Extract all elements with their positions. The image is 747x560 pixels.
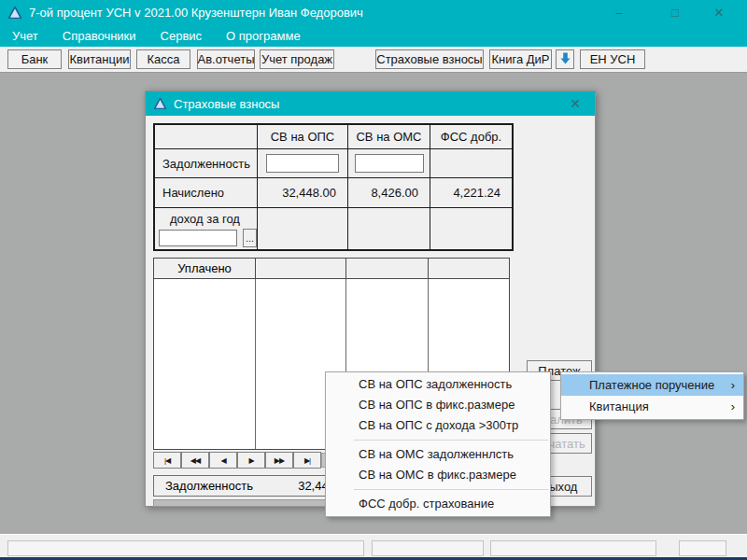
menu-item-oms-debt[interactable]: СВ на ОМС задолженнлсть — [326, 444, 550, 465]
menu-item-fss-voluntary[interactable]: ФСС добр. страхование — [326, 494, 550, 514]
column-header-oms: СВ на ОМС — [348, 125, 430, 149]
income-cell: доход за год ... — [155, 208, 258, 249]
cash-button[interactable]: Касса — [136, 49, 190, 69]
close-button[interactable]: ✕ — [703, 0, 735, 24]
status-panel-4 — [679, 540, 726, 556]
payment-dropdown-menu: Платежное поручение › Квитанция › — [560, 371, 744, 420]
maximize-button[interactable]: □ — [659, 0, 691, 24]
status-panel-1 — [7, 540, 364, 556]
bank-button[interactable]: Банк — [7, 49, 62, 69]
close-icon: ✕ — [714, 6, 725, 20]
status-bar — [0, 534, 747, 557]
submenu-arrow-icon: › — [731, 396, 735, 417]
menu-item-oms-fixed[interactable]: СВ на ОМС в фикс.размере — [326, 465, 550, 485]
menu-item-servis[interactable]: Сервис — [148, 29, 215, 43]
menu-item-ops-debt[interactable]: СВ на ОПС задолженность — [326, 374, 550, 395]
summary-label: Задолженность — [165, 479, 253, 493]
app-icon — [8, 7, 21, 19]
submenu-arrow-icon: › — [731, 374, 735, 396]
paid-table-header: Уплачено — [154, 259, 509, 279]
debt-ops-input[interactable] — [266, 154, 339, 173]
record-navigator: |◀ ◀◀ ◀ ▶ ▶▶ ▶| — [153, 452, 321, 469]
menu-item-payment-order[interactable]: Платежное поручение › — [561, 374, 743, 396]
debt-oms-input[interactable] — [355, 154, 424, 173]
maximize-icon: □ — [671, 6, 679, 20]
advance-reports-button[interactable]: Ав.отчеты — [197, 49, 255, 69]
debt-ops-cell — [258, 149, 348, 178]
down-arrow-icon — [560, 52, 571, 67]
column-header-ops: СВ на ОПС — [258, 125, 348, 149]
receipts-button[interactable]: Квитанции — [68, 49, 131, 69]
income-label: доход за год — [155, 212, 257, 226]
window-titlebar: 7-ой процент УСН v 2021.00 Крузенштерн И… — [0, 0, 747, 24]
nav-next-button[interactable]: ▶ — [237, 452, 265, 469]
column-header-fss: ФСС добр. — [430, 125, 512, 149]
menu-item-uchet[interactable]: Учет — [0, 29, 50, 43]
menu-item-spravochniki[interactable]: Справочники — [50, 29, 148, 43]
payment-order-label: Платежное поручение — [589, 378, 714, 392]
nav-first-button[interactable]: |◀ — [153, 452, 181, 469]
nav-prev-button[interactable]: ◀ — [209, 452, 237, 469]
accrued-oms-value: 8,426.00 — [348, 178, 430, 208]
menu-item-ops-fixed[interactable]: СВ на ОПС в фикс.размере — [326, 395, 550, 415]
dialog-title: Страховые взносы — [174, 97, 279, 111]
dialog-close-icon: ✕ — [570, 96, 581, 111]
minimize-icon: – — [615, 6, 622, 20]
accrued-ops-value: 32,448.00 — [258, 178, 348, 208]
dialog-close-button[interactable]: ✕ — [563, 91, 587, 116]
debt-row-label: Задолженность — [155, 149, 258, 178]
paid-body-col-label — [154, 279, 256, 449]
dialog-icon — [154, 98, 166, 109]
menu-item-ops-over-300[interactable]: СВ на ОПС с дохода >300тр — [326, 415, 550, 436]
menu-item-o-programme[interactable]: О программе — [214, 29, 313, 43]
dialog-titlebar: Страховые взносы — [146, 91, 595, 116]
debt-fss-cell — [430, 149, 512, 178]
paid-header-fss — [429, 259, 509, 278]
income-oms-cell — [348, 208, 430, 249]
menu-separator — [354, 440, 548, 441]
contributions-table: СВ на ОПС СВ на ОМС ФСС добр. Задолженно… — [153, 123, 514, 251]
menu-separator — [354, 489, 548, 490]
paid-header-ops — [256, 259, 346, 278]
corner-header-cell — [155, 125, 258, 149]
status-panel-3 — [490, 540, 656, 556]
status-panel-2 — [372, 540, 484, 556]
nav-fast-forward-button[interactable]: ▶▶ — [265, 452, 293, 469]
sales-accounting-button[interactable]: Учет продаж — [260, 49, 334, 69]
application-window: 7-ой процент УСН v 2021.00 Крузенштерн И… — [0, 0, 747, 560]
income-book-button[interactable]: Книга ДиР — [489, 49, 552, 69]
income-input[interactable] — [159, 230, 237, 246]
income-browse-button[interactable]: ... — [243, 229, 257, 247]
window-title: 7-ой процент УСН v 2021.00 Крузенштерн И… — [29, 6, 363, 20]
debt-oms-cell — [348, 149, 430, 178]
nav-last-button[interactable]: ▶| — [293, 452, 321, 469]
income-fss-cell — [430, 208, 512, 249]
receipt-label: Квитанция — [589, 399, 649, 413]
en-usn-button[interactable]: ЕН УСН — [580, 49, 645, 69]
contribution-types-menu: СВ на ОПС задолженность СВ на ОПС в фикс… — [325, 371, 551, 517]
nav-fast-back-button[interactable]: ◀◀ — [181, 452, 209, 469]
accrued-row-label: Начислено — [155, 178, 258, 208]
insurance-contributions-button[interactable]: Страховые взносы — [375, 49, 484, 69]
paid-header-label: Уплачено — [154, 259, 256, 278]
accrued-fss-value: 4,221.24 — [430, 178, 512, 208]
download-arrow-button[interactable] — [556, 49, 574, 69]
menubar: Учет Справочники Сервис О программе — [0, 24, 747, 47]
income-ops-cell — [258, 208, 348, 249]
paid-header-oms — [346, 259, 429, 278]
minimize-button[interactable]: – — [603, 0, 635, 24]
menu-item-receipt[interactable]: Квитанция › — [561, 396, 743, 417]
